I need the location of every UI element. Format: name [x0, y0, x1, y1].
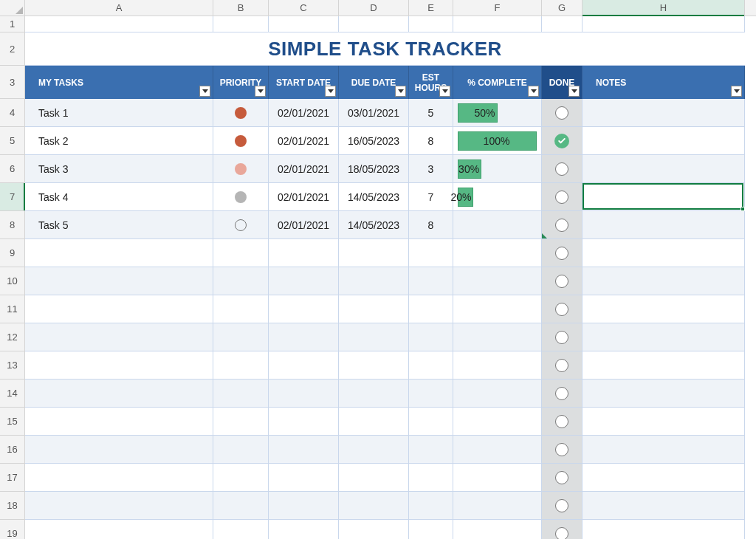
- cell-pct-complete[interactable]: [453, 267, 542, 295]
- filter-dropdown-icon[interactable]: [528, 86, 539, 97]
- cell-notes[interactable]: [583, 267, 745, 295]
- row-header-6[interactable]: 6: [0, 155, 25, 183]
- done-unchecked-icon[interactable]: [555, 415, 568, 428]
- cell-start-date[interactable]: [269, 351, 339, 380]
- cell-priority[interactable]: [213, 211, 269, 239]
- cell-est-hours[interactable]: [409, 492, 453, 520]
- row-header-10[interactable]: 10: [0, 267, 25, 295]
- filter-dropdown-icon[interactable]: [325, 86, 336, 97]
- header-notes[interactable]: NOTES: [583, 66, 745, 99]
- cell-priority[interactable]: [213, 99, 269, 127]
- cell-notes[interactable]: [583, 492, 745, 520]
- cell-task[interactable]: [25, 267, 213, 295]
- cell-notes[interactable]: [583, 211, 745, 239]
- cell-task[interactable]: Task 3: [25, 155, 213, 183]
- cell-est-hours[interactable]: [409, 239, 453, 267]
- cell-due-date[interactable]: [339, 295, 409, 323]
- cell-est-hours[interactable]: [409, 520, 453, 539]
- cell-due-date[interactable]: 03/01/2021: [339, 99, 409, 127]
- row-header-11[interactable]: 11: [0, 295, 25, 323]
- cell-due-date[interactable]: 16/05/2023: [339, 127, 409, 155]
- cell-priority[interactable]: [213, 436, 269, 464]
- cell-notes[interactable]: [583, 464, 745, 492]
- cell-done[interactable]: [542, 211, 583, 239]
- cell-A1[interactable]: [25, 16, 213, 32]
- cell-due-date[interactable]: [339, 408, 409, 436]
- col-header-F[interactable]: F: [453, 0, 542, 16]
- done-unchecked-icon[interactable]: [555, 106, 568, 120]
- col-header-E[interactable]: E: [409, 0, 453, 16]
- cell-D1[interactable]: [339, 16, 409, 32]
- cell-start-date[interactable]: [269, 295, 339, 323]
- cell-priority[interactable]: [213, 267, 269, 295]
- cell-pct-complete[interactable]: [453, 520, 542, 539]
- cell-notes[interactable]: [583, 295, 745, 323]
- cell-pct-complete[interactable]: 100%: [453, 127, 542, 155]
- cell-pct-complete[interactable]: [453, 351, 542, 380]
- header-est-hours[interactable]: EST HOURS: [409, 66, 453, 99]
- row-header-1[interactable]: 1: [0, 16, 25, 32]
- cell-notes[interactable]: [583, 436, 745, 464]
- cell-pct-complete[interactable]: [453, 464, 542, 492]
- cell-start-date[interactable]: 02/01/2021: [269, 127, 339, 155]
- done-unchecked-icon[interactable]: [555, 247, 568, 260]
- cell-task[interactable]: Task 5: [25, 211, 213, 239]
- cell-est-hours[interactable]: [409, 464, 453, 492]
- cell-priority[interactable]: [213, 183, 269, 211]
- cell-est-hours[interactable]: 8: [409, 127, 453, 155]
- done-unchecked-icon[interactable]: [555, 499, 568, 512]
- row-header-14[interactable]: 14: [0, 380, 25, 408]
- cell-due-date[interactable]: 14/05/2023: [339, 183, 409, 211]
- cell-est-hours[interactable]: 5: [409, 99, 453, 127]
- row-header-12[interactable]: 12: [0, 323, 25, 351]
- cell-task[interactable]: [25, 295, 213, 323]
- cell-est-hours[interactable]: [409, 267, 453, 295]
- cell-task[interactable]: [25, 520, 213, 539]
- cell-start-date[interactable]: [269, 520, 339, 539]
- done-unchecked-icon[interactable]: [555, 162, 568, 176]
- cell-notes[interactable]: [583, 408, 745, 436]
- cell-priority[interactable]: [213, 295, 269, 323]
- row-header-15[interactable]: 15: [0, 408, 25, 436]
- row-header-2[interactable]: 2: [0, 32, 25, 66]
- cell-task[interactable]: [25, 436, 213, 464]
- cell-task[interactable]: Task 4: [25, 183, 213, 211]
- cell-est-hours[interactable]: [409, 436, 453, 464]
- row-header-16[interactable]: 16: [0, 436, 25, 464]
- cell-est-hours[interactable]: [409, 295, 453, 323]
- cell-notes[interactable]: [583, 183, 745, 211]
- header-priority[interactable]: PRIORITY: [213, 66, 269, 99]
- done-unchecked-icon[interactable]: [555, 527, 568, 540]
- cell-done[interactable]: [542, 380, 583, 408]
- cell-priority[interactable]: [213, 520, 269, 539]
- cell-priority[interactable]: [213, 408, 269, 436]
- col-header-C[interactable]: C: [269, 0, 339, 16]
- comment-marker-icon[interactable]: [542, 233, 547, 238]
- cell-B1[interactable]: [213, 16, 269, 32]
- row-header-13[interactable]: 13: [0, 351, 25, 380]
- cell-done[interactable]: [542, 239, 583, 267]
- cell-due-date[interactable]: 14/05/2023: [339, 211, 409, 239]
- header-due-date[interactable]: DUE DATE: [339, 66, 409, 99]
- cell-priority[interactable]: [213, 380, 269, 408]
- cell-notes[interactable]: [583, 155, 745, 183]
- cell-pct-complete[interactable]: [453, 323, 542, 351]
- done-unchecked-icon[interactable]: [555, 359, 568, 372]
- filter-dropdown-icon[interactable]: [199, 86, 210, 97]
- done-unchecked-icon[interactable]: [555, 219, 568, 232]
- cell-start-date[interactable]: [269, 436, 339, 464]
- cell-done[interactable]: [542, 183, 583, 211]
- done-unchecked-icon[interactable]: [555, 387, 568, 400]
- cell-due-date[interactable]: [339, 323, 409, 351]
- cell-notes[interactable]: [583, 127, 745, 155]
- cell-priority[interactable]: [213, 239, 269, 267]
- cell-notes[interactable]: [583, 351, 745, 380]
- cell-notes[interactable]: [583, 239, 745, 267]
- cell-task[interactable]: [25, 323, 213, 351]
- cell-done[interactable]: [542, 464, 583, 492]
- cell-pct-complete[interactable]: [453, 436, 542, 464]
- cell-done[interactable]: [542, 492, 583, 520]
- cell-start-date[interactable]: 02/01/2021: [269, 99, 339, 127]
- done-check-icon[interactable]: [554, 134, 569, 148]
- cell-start-date[interactable]: [269, 239, 339, 267]
